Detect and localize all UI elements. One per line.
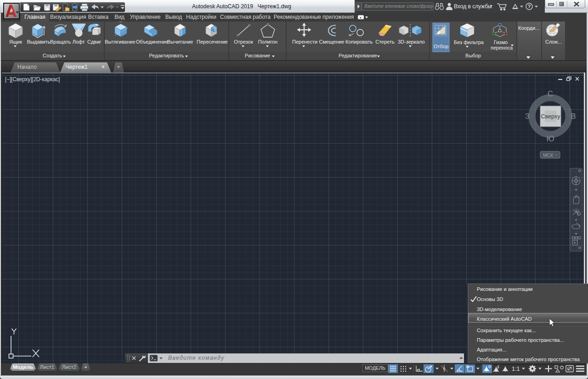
svg-text:С: С [548,89,553,98]
svg-text:?: ? [528,4,531,9]
svg-text:Ю: Ю [546,134,554,143]
svg-text:В: В [571,112,576,121]
svg-text:1:1: 1:1 [512,366,520,372]
svg-text:З: З [525,112,530,121]
svg-text:МСК: МСК [543,152,554,158]
svg-text:Сверху: Сверху [541,113,561,120]
